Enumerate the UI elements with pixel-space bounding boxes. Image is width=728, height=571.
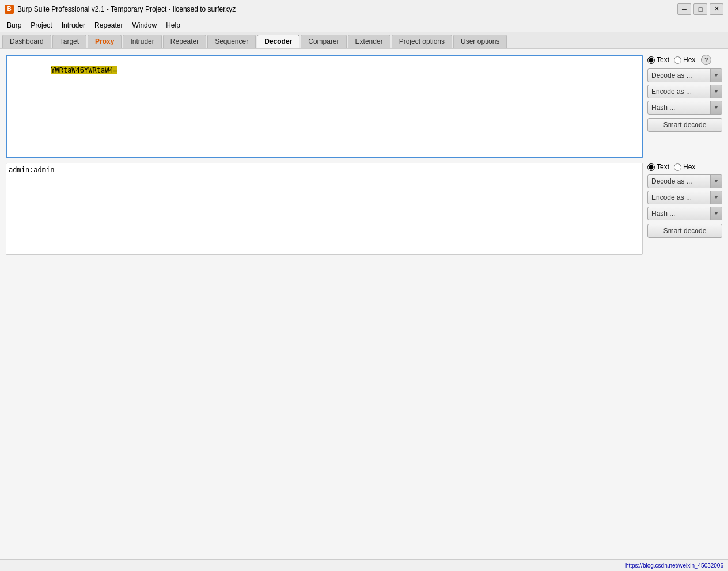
decode-as-dropdown-1[interactable]: Decode as ... ▼ xyxy=(647,68,722,82)
menu-repeater[interactable]: Repeater xyxy=(90,20,127,31)
app-icon: B xyxy=(5,5,14,14)
tab-comparer[interactable]: Comparer xyxy=(301,35,346,48)
tab-project-options[interactable]: Project options xyxy=(392,35,452,48)
main-content: YWRtaW46YWRtaW4= Text Hex ? Decode a xyxy=(0,49,728,559)
input-text-1: YWRtaW46YWRtaW4= xyxy=(9,58,639,82)
hex-label-1: Hex xyxy=(683,56,695,64)
text-label-2: Text xyxy=(657,163,669,171)
close-button[interactable]: ✕ xyxy=(710,3,723,15)
tab-bar: Dashboard Target Proxy Intruder Repeater… xyxy=(0,32,728,49)
tab-sequencer[interactable]: Sequencer xyxy=(207,35,256,48)
encode-as-arrow-1: ▼ xyxy=(710,85,722,98)
menu-project[interactable]: Project xyxy=(26,20,56,31)
controls-panel-2: Text Hex Decode as ... ▼ Encode as ... ▼ xyxy=(647,163,722,255)
text-radio-2[interactable]: Text xyxy=(647,163,669,171)
title-bar: B Burp Suite Professional v2.1 - Tempora… xyxy=(0,0,728,18)
menu-help[interactable]: Help xyxy=(161,20,185,31)
hash-arrow-2: ▼ xyxy=(710,207,722,220)
decode-as-arrow-2: ▼ xyxy=(710,175,722,188)
controls-panel-1: Text Hex ? Decode as ... ▼ Encode as ...… xyxy=(647,55,722,158)
encode-as-dropdown-2[interactable]: Encode as ... ▼ xyxy=(647,191,722,204)
menu-bar: Burp Project Intruder Repeater Window He… xyxy=(0,18,728,32)
menu-window[interactable]: Window xyxy=(127,20,161,31)
hash-label-1: Hash ... xyxy=(648,104,710,112)
tab-repeater[interactable]: Repeater xyxy=(163,35,206,48)
tab-target[interactable]: Target xyxy=(52,35,86,48)
window-title: Burp Suite Professional v2.1 - Temporary… xyxy=(17,5,677,13)
status-bar: https://blog.csdn.net/weixin_45032006 xyxy=(0,559,728,571)
hash-arrow-1: ▼ xyxy=(710,101,722,114)
hex-label-2: Hex xyxy=(683,163,695,171)
text-label-1: Text xyxy=(657,56,669,64)
decoder-panel: YWRtaW46YWRtaW4= Text Hex ? Decode a xyxy=(6,55,722,554)
input-textarea-2[interactable]: admin:admin xyxy=(6,163,643,255)
decode-row-2: admin:admin Text Hex Decode as ... ▼ xyxy=(6,163,722,255)
format-radio-group-2: Text Hex xyxy=(647,163,722,171)
input-text-2: admin:admin xyxy=(9,166,640,174)
tab-intruder[interactable]: Intruder xyxy=(123,35,161,48)
maximize-button[interactable]: □ xyxy=(693,3,707,15)
hash-dropdown-1[interactable]: Hash ... ▼ xyxy=(647,101,722,115)
decode-as-dropdown-2[interactable]: Decode as ... ▼ xyxy=(647,174,722,188)
status-url: https://blog.csdn.net/weixin_45032006 xyxy=(625,562,723,569)
help-button-1[interactable]: ? xyxy=(701,55,711,65)
hex-radio-1[interactable]: Hex xyxy=(674,56,695,64)
menu-burp[interactable]: Burp xyxy=(2,20,26,31)
format-radio-group-1: Text Hex ? xyxy=(647,55,722,65)
decode-as-label-2: Decode as ... xyxy=(648,177,710,185)
encode-as-dropdown-1[interactable]: Encode as ... ▼ xyxy=(647,85,722,98)
decode-row-1: YWRtaW46YWRtaW4= Text Hex ? Decode a xyxy=(6,55,722,158)
encode-as-label-2: Encode as ... xyxy=(648,193,710,201)
tab-dashboard[interactable]: Dashboard xyxy=(2,35,51,48)
text-radio-1[interactable]: Text xyxy=(647,56,669,64)
minimize-button[interactable]: ─ xyxy=(677,3,691,15)
encode-as-label-1: Encode as ... xyxy=(648,87,710,96)
menu-intruder[interactable]: Intruder xyxy=(57,20,90,31)
tab-extender[interactable]: Extender xyxy=(348,35,390,48)
smart-decode-button-2[interactable]: Smart decode xyxy=(647,224,722,238)
window-controls: ─ □ ✕ xyxy=(677,3,723,15)
highlighted-input: YWRtaW46YWRtaW4= xyxy=(51,66,117,74)
tab-user-options[interactable]: User options xyxy=(453,35,507,48)
encode-as-arrow-2: ▼ xyxy=(710,191,722,204)
decode-as-label-1: Decode as ... xyxy=(648,71,710,79)
input-textarea-1[interactable]: YWRtaW46YWRtaW4= xyxy=(6,55,643,158)
tab-decoder[interactable]: Decoder xyxy=(257,35,299,48)
hash-dropdown-2[interactable]: Hash ... ▼ xyxy=(647,207,722,220)
hex-radio-2[interactable]: Hex xyxy=(674,163,695,171)
smart-decode-button-1[interactable]: Smart decode xyxy=(647,118,722,132)
decode-as-arrow-1: ▼ xyxy=(710,69,722,82)
tab-proxy[interactable]: Proxy xyxy=(88,35,122,48)
hash-label-2: Hash ... xyxy=(648,210,710,218)
